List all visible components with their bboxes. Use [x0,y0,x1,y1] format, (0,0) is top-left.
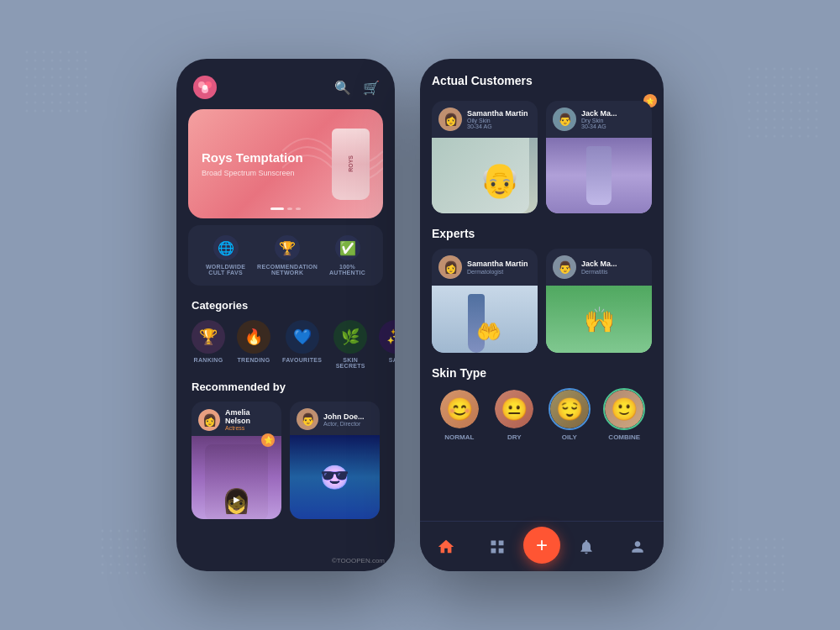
expert-2-avatar: 👨 [553,255,576,279]
skin-label-oily: OILY [562,433,577,441]
actual-customers-title: Actual Customers [432,74,652,87]
recommender-2-role: Actor, Director [323,421,365,427]
customer-2-age: 30-34 AG [581,123,617,129]
nav-bell[interactable] [560,538,612,555]
logo-icon [192,74,218,101]
recommended-row: 👩 Amelia Nelson Actress 👩 ⭐ ▶ [176,398,395,522]
product-label: ROYS [348,155,354,172]
header-icons: 🔍 🛒 [334,80,380,96]
hero-dots [270,207,301,210]
customer-2-name: Jack Ma... [581,109,617,118]
customer-1-avatar: 👩 [438,108,462,131]
nav-grid[interactable] [472,538,524,555]
customer-1-header: 👩 Samantha Martin Oily Skin 30-34 AG [432,101,538,138]
customer-1-image: 👴 [432,138,538,213]
cream-tube [586,146,612,205]
recommender-1-info: 👩 Amelia Nelson Actress [192,402,281,436]
experts-section: Experts 👩 Samantha Martin Dermatologist [420,222,664,361]
customer-2-info: Jack Ma... Dry Skin 30-34 AG [581,109,617,130]
nav-user[interactable] [612,538,664,555]
play-badge-1[interactable]: ▶ [227,489,247,509]
category-trending[interactable]: 🔥 TRENDING [237,320,270,369]
skin-secrets-icon: 🌿 [333,320,367,354]
expert-2-info: Jack Ma... Dermatitis [581,260,617,275]
sa-label: SA... [389,357,395,363]
grid-icon [489,538,506,555]
worldwide-label: WORLDWIDECULT FAVS [206,264,245,276]
recommendation-icon: 🏆 [275,235,300,260]
expert-1-image: 🤲 [432,286,538,353]
customer-card-2[interactable]: 👨 Jack Ma... Dry Skin 30-34 AG [546,101,652,213]
expert-card-2[interactable]: 👨 Jack Ma... Dermatitis 🙌 [546,249,652,353]
svg-rect-5 [748,67,823,143]
ranking-icon: 🏆 [192,320,225,354]
authentic-icon: ✅ [335,235,360,260]
skin-avatar-combine: 🙂 [603,388,645,430]
left-phone: 🔍 🛒 Roys Temptation Broad Spectrum Sunsc… [176,59,395,571]
skin-type-row: 😊 NORMAL 😐 DRY 😌 OILY [432,388,652,441]
skin-type-title: Skin Type [432,366,652,380]
recommender-card-1[interactable]: 👩 Amelia Nelson Actress 👩 ⭐ ▶ [192,402,281,519]
customer-1-age: 30-34 AG [467,123,528,129]
skin-avatar-dry: 😐 [493,388,535,430]
category-skin-secrets[interactable]: 🌿 SKIN SECRETS [333,320,367,369]
recommender-1-name: Amelia Nelson [225,408,275,425]
hero-dot-active [270,207,284,210]
skin-type-normal[interactable]: 😊 NORMAL [438,388,480,441]
trending-label: TRENDING [238,357,270,363]
recommender-1-role: Actress [225,425,275,431]
search-icon[interactable]: 🔍 [334,80,351,96]
cart-icon[interactable]: 🛒 [363,80,380,96]
recommender-1-details: Amelia Nelson Actress [225,408,275,431]
hero-dot-3 [296,207,301,210]
customer-2-header: 👨 Jack Ma... Dry Skin 30-34 AG [546,101,652,138]
category-ranking[interactable]: 🏆 RANKING [192,320,225,369]
recommender-2-avatar: 👨 [297,408,318,430]
expert-2-name: Jack Ma... [581,260,617,269]
sa-icon: ✨ [379,320,395,354]
right-phone-content: Actual Customers 👩 Samantha Martin Oily … [420,59,664,521]
experts-grid: 👩 Samantha Martin Dermatologist 🤲 [432,249,652,353]
customer-2-avatar: 👨 [553,108,576,131]
category-favourites[interactable]: 💙 FAVOURITES [282,320,322,369]
features-row: 🌐 WORLDWIDECULT FAVS 🏆 RECOMMENDATIONNET… [188,225,383,286]
actual-customers-header: Actual Customers [420,59,664,101]
experts-title: Experts [432,227,652,240]
customer-1-name: Samantha Martin [467,109,528,118]
recommender-2-info: 👨 John Doe... Actor, Director [290,402,380,435]
category-sa[interactable]: ✨ SA... [379,320,395,369]
svg-rect-3 [101,529,151,580]
authentic-label: 100%AUTHENTIC [329,264,365,276]
customer-1-skin: Oily Skin [467,118,528,123]
customer-2-skin: Dry Skin [581,118,617,123]
trending-icon: 🔥 [237,320,270,354]
recommended-title: Recommended by [176,374,395,398]
expert-2-header: 👨 Jack Ma... Dermatitis [546,249,652,286]
customer-1-info: Samantha Martin Oily Skin 30-34 AG [467,109,528,130]
categories-row: 🏆 RANKING 🔥 TRENDING 💙 FAVOURITES 🌿 SKIN… [176,317,395,374]
expert-card-1[interactable]: 👩 Samantha Martin Dermatologist 🤲 [432,249,538,353]
customer-card-1[interactable]: 👩 Samantha Martin Oily Skin 30-34 AG 👴 [432,101,538,213]
watermark: ©TOOOPEN.com [332,557,385,564]
expert-1-role: Dermatologist [467,269,528,275]
nav-add-button[interactable]: + [523,527,560,564]
hero-product: ROYS [332,129,370,200]
skin-type-combine[interactable]: 🙂 COMBINE [603,388,645,441]
hero-banner: Roys Temptation Broad Spectrum Sunscreen… [188,109,383,218]
skin-type-oily[interactable]: 😌 OILY [549,388,591,441]
recommender-card-2[interactable]: 👨 John Doe... Actor, Director 😎 [290,402,380,519]
categories-title: Categories [176,292,395,317]
ranking-label: RANKING [194,357,223,363]
svg-point-12 [202,85,207,90]
skin-type-dry[interactable]: 😐 DRY [493,388,535,441]
recommender-2-details: John Doe... Actor, Director [323,412,365,427]
feature-authentic: ✅ 100%AUTHENTIC [329,235,365,276]
customers-grid: 👩 Samantha Martin Oily Skin 30-34 AG 👴 [420,101,664,222]
recommendation-label: RECOMMENDATIONNETWORK [257,264,318,276]
recommender-2-name: John Doe... [323,412,365,421]
nav-home[interactable] [420,538,472,556]
right-phone: Actual Customers 👩 Samantha Martin Oily … [420,59,664,571]
expert-2-image: 🙌 [546,286,652,353]
skin-avatar-normal: 😊 [438,388,480,430]
feature-recommendation: 🏆 RECOMMENDATIONNETWORK [257,235,318,276]
